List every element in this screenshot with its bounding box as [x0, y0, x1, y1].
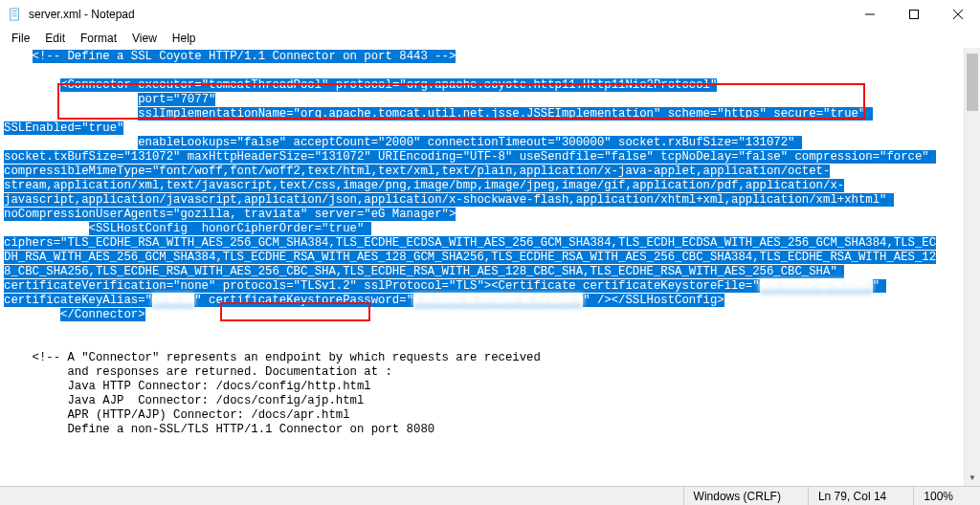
code-line[interactable]: certificateKeyAlias="██████" certificate…: [4, 294, 936, 308]
code-line[interactable]: [4, 64, 936, 78]
code-line[interactable]: javascript,application/javascript,applic…: [4, 193, 936, 208]
status-bar: Windows (CRLF) Ln 79, Col 14 100%: [0, 486, 980, 505]
code-line[interactable]: DH_RSA_WITH_AES_256_GCM_SHA384,TLS_ECDHE…: [4, 251, 936, 265]
vertical-scrollbar[interactable]: ▲ ▼: [964, 48, 980, 486]
code-line[interactable]: [4, 337, 936, 351]
menu-help[interactable]: Help: [165, 30, 204, 47]
code-line[interactable]: <SSLHostConfig honorCipherOrder="true": [4, 222, 936, 236]
minimize-button[interactable]: [848, 0, 892, 29]
code-line[interactable]: ciphers="TLS_ECDHE_RSA_WITH_AES_256_GCM_…: [4, 236, 936, 251]
menu-format[interactable]: Format: [73, 30, 124, 47]
notepad-icon: [8, 7, 23, 22]
code-line[interactable]: noCompressionUserAgents="gozilla, travia…: [4, 208, 936, 222]
code-line[interactable]: Java AJP Connector: /docs/config/ajp.htm…: [4, 394, 936, 408]
code-line[interactable]: </Connector>: [4, 308, 936, 322]
menu-edit[interactable]: Edit: [37, 30, 73, 47]
code-line[interactable]: enableLookups="false" acceptCount="2000"…: [4, 136, 936, 150]
menu-bar: File Edit Format View Help: [0, 29, 980, 48]
code-line[interactable]: socket.txBufSize="131072" maxHttpHeaderS…: [4, 150, 936, 165]
close-button[interactable]: [936, 0, 980, 29]
maximize-button[interactable]: [892, 0, 936, 29]
menu-view[interactable]: View: [124, 30, 165, 47]
window-titlebar: server.xml - Notepad: [0, 0, 980, 29]
scroll-thumb[interactable]: [967, 54, 978, 111]
code-line[interactable]: Define a non-SSL/TLS HTTP/1.1 Connector …: [4, 423, 936, 437]
window-title: server.xml - Notepad: [29, 8, 848, 21]
status-zoom: 100%: [913, 487, 980, 505]
scroll-down-arrow[interactable]: ▼: [965, 470, 980, 486]
svg-rect-0: [11, 9, 19, 20]
window-controls: [848, 0, 980, 29]
code-line[interactable]: and responses are returned. Documentatio…: [4, 365, 936, 380]
status-line-ending: Windows (CRLF): [683, 487, 808, 505]
menu-file[interactable]: File: [4, 30, 37, 47]
code-line[interactable]: <Connector executor="tomcatThreadPool" p…: [4, 78, 936, 93]
status-cursor-position: Ln 79, Col 14: [808, 487, 913, 505]
code-line[interactable]: <!-- A "Connector" represents an endpoin…: [4, 351, 936, 365]
code-line[interactable]: [4, 322, 936, 337]
code-line[interactable]: stream,application/xml,text/javascript,t…: [4, 179, 936, 193]
code-line[interactable]: APR (HTTP/AJP) Connector: /docs/apr.html: [4, 408, 936, 423]
code-line[interactable]: sslImplementationName="org.apache.tomcat…: [4, 107, 936, 121]
text-editor[interactable]: <!-- Define a SSL Coyote HTTP/1.1 Connec…: [0, 48, 980, 486]
svg-rect-5: [910, 11, 919, 19]
code-line[interactable]: <!-- Define a SSL Coyote HTTP/1.1 Connec…: [4, 50, 936, 64]
code-line[interactable]: Java HTTP Connector: /docs/config/http.h…: [4, 380, 936, 394]
code-line[interactable]: SSLEnabled="true": [4, 121, 936, 136]
code-line[interactable]: port="7077": [4, 93, 936, 107]
code-line[interactable]: compressibleMimeType="font/woff,font/wof…: [4, 165, 936, 179]
code-line[interactable]: 8_CBC_SHA256,TLS_ECDHE_RSA_WITH_AES_256_…: [4, 265, 936, 279]
code-line[interactable]: certificateVerification="none" protocols…: [4, 279, 936, 294]
